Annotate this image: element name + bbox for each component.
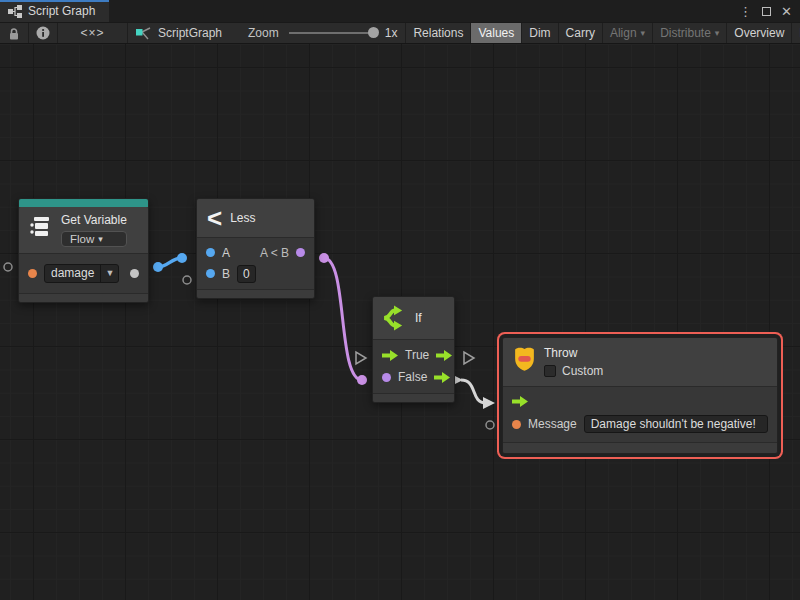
input-b-value-field[interactable]: 0 [237, 265, 256, 283]
maximize-icon[interactable] [762, 7, 771, 16]
toggle-label: Dim [529, 26, 550, 40]
align-dropdown[interactable]: Align [603, 23, 653, 43]
lock-button[interactable] [0, 23, 29, 43]
node-footer [19, 293, 148, 302]
toggle-label: Relations [413, 26, 463, 40]
graph-canvas[interactable]: Get Variable Flow damage ▼ < [0, 44, 800, 600]
graph-icon [8, 5, 22, 18]
focused-tab-accent [0, 0, 109, 2]
less-operator-icon: < [207, 207, 222, 229]
input-b-port[interactable] [206, 269, 215, 278]
flow-input-port[interactable] [382, 350, 398, 361]
node-title: Throw [544, 346, 603, 360]
variable-name-dropdown[interactable]: damage ▼ [44, 264, 119, 283]
flow-input-port[interactable] [512, 396, 528, 407]
zoom-label: Zoom [248, 26, 279, 40]
variable-icon [27, 213, 53, 241]
info-button[interactable] [29, 23, 58, 43]
toggle-label: Values [478, 26, 514, 40]
node-get-variable[interactable]: Get Variable Flow damage ▼ [18, 198, 149, 303]
message-value-field[interactable]: Damage shouldn't be negative! [584, 415, 768, 433]
value-output-port[interactable] [130, 269, 139, 278]
wire-endpoint [153, 262, 163, 272]
tab-script-graph[interactable]: Script Graph [0, 0, 109, 22]
window-controls: ⋮ ✕ [731, 0, 800, 22]
output-label: A < B [260, 246, 289, 260]
false-output-port[interactable] [434, 372, 450, 383]
input-a-label: A [222, 246, 230, 260]
chevron-down-icon: ▼ [100, 265, 118, 282]
unconnected-port-indicator [183, 276, 191, 284]
message-input-port[interactable] [512, 420, 521, 429]
node-less[interactable]: < Less A A < B B 0 [196, 198, 315, 299]
dropdown-label: Align [610, 26, 637, 40]
wire-less-to-if[interactable] [324, 258, 362, 380]
wire-endpoint [357, 375, 367, 385]
toolbar-middle: ScriptGraph Zoom 1x [128, 23, 406, 43]
tab-label: Script Graph [28, 4, 95, 18]
true-output-port[interactable] [436, 350, 452, 361]
condition-input-port[interactable] [382, 373, 391, 382]
variable-name-port[interactable] [28, 269, 37, 278]
input-a-port[interactable] [206, 248, 215, 257]
node-title: Get Variable [61, 213, 127, 227]
input-b-label: B [222, 267, 230, 281]
wire-if-to-throw[interactable] [461, 380, 486, 403]
toggle-label: Carry [566, 26, 595, 40]
full-screen-button[interactable]: Full Screen [792, 23, 800, 43]
zoom-slider-handle[interactable] [368, 27, 379, 38]
result-output-port[interactable] [296, 248, 305, 257]
button-label: Overview [734, 26, 784, 40]
node-if[interactable]: If True False [372, 296, 455, 403]
toggle-values[interactable]: Values [471, 23, 522, 43]
overview-button[interactable]: Overview [727, 23, 792, 43]
info-icon [35, 25, 51, 41]
distribute-dropdown[interactable]: Distribute [653, 23, 727, 43]
node-title: If [415, 311, 422, 325]
node-footer [197, 289, 314, 298]
tab-strip [109, 0, 731, 22]
wire-endpoint [319, 253, 329, 263]
unconnected-port-indicator [486, 421, 494, 429]
code-icon: <×> [80, 26, 104, 40]
zoom-slider[interactable] [289, 32, 377, 34]
node-throw[interactable]: Throw Custom Message Damage shouldn't [502, 337, 778, 454]
kebab-menu-icon[interactable]: ⋮ [739, 5, 752, 18]
toggle-dim[interactable]: Dim [522, 23, 558, 43]
wire-endpoint [177, 253, 187, 263]
node-footer [373, 393, 454, 402]
tab-bar: Script Graph ⋮ ✕ [0, 0, 800, 22]
node-footer [503, 442, 777, 453]
message-label: Message [528, 417, 577, 431]
unconnected-port-indicator [4, 263, 12, 271]
node-title: Less [230, 211, 255, 225]
false-label: False [398, 370, 427, 384]
wire-damage-to-a[interactable] [158, 258, 182, 267]
zoom-value: 1x [385, 26, 398, 40]
code-preview-button[interactable]: <×> [58, 23, 128, 43]
branch-icon [381, 305, 407, 331]
true-label: True [405, 348, 429, 362]
custom-checkbox[interactable] [544, 365, 556, 377]
variable-name-value: damage [45, 266, 100, 280]
wire-endpoint-arrow [483, 397, 495, 409]
error-shield-icon [513, 346, 536, 372]
custom-checkbox-label: Custom [562, 364, 603, 378]
variable-kind-accent [19, 199, 148, 207]
unconnected-flow-indicator [356, 352, 366, 364]
variable-kind-label: Flow [70, 233, 94, 245]
graph-breadcrumb[interactable]: ScriptGraph [158, 26, 222, 40]
dropdown-label: Distribute [660, 26, 711, 40]
script-graph-icon [136, 25, 152, 41]
graph-toolbar: <×> ScriptGraph Zoom 1x Relations Values… [0, 22, 800, 44]
unconnected-flow-indicator [464, 352, 474, 364]
variable-kind-dropdown[interactable]: Flow [61, 231, 127, 247]
lock-icon [6, 26, 22, 41]
script-graph-window: Script Graph ⋮ ✕ <×> [0, 0, 800, 600]
toggle-carry[interactable]: Carry [559, 23, 603, 43]
toggle-relations[interactable]: Relations [406, 23, 471, 43]
close-icon[interactable]: ✕ [781, 5, 792, 18]
